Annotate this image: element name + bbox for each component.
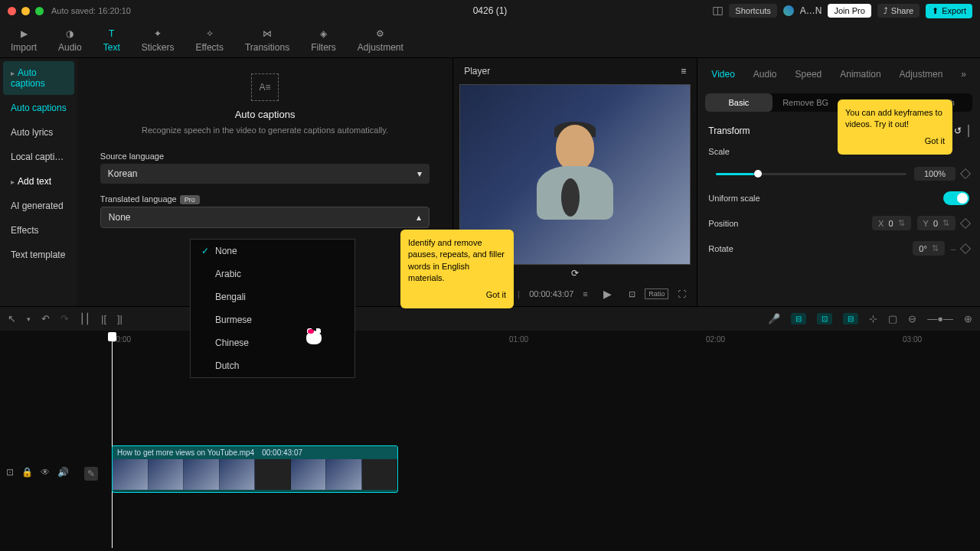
track-settings-icon[interactable]: ⊡ [6,467,14,481]
language-option-bengali[interactable]: Bengali [191,285,354,308]
list-icon[interactable]: ≡ [583,289,587,298]
tl-box-icon[interactable]: ▢ [888,313,897,324]
sidebar-auto-captions-group[interactable]: ▸Auto captions [3,61,74,95]
subtab-removebg[interactable]: Remove BG [773,93,839,112]
video-clip[interactable]: How to get more views on YouTube.mp4 00:… [112,445,398,493]
tooltip-gotit-2[interactable]: Got it [845,135,945,147]
play-button[interactable]: ▶ [603,288,612,300]
tool-audio[interactable]: ◑Audio [47,21,93,57]
zoom-out-icon[interactable]: ⊖ [908,313,916,324]
focus-icon[interactable]: ⊡ [629,289,635,299]
scale-keyframe[interactable] [960,168,971,179]
globe-icon[interactable] [783,5,794,16]
trim-left-tool[interactable]: |[ [101,313,106,324]
sidebar-add-text[interactable]: ▸Add text [3,170,74,193]
position-keyframe[interactable] [960,217,971,228]
chevron-up-icon: ▴ [416,212,421,223]
tl-pill-1[interactable]: ⊟ [791,313,806,324]
join-pro-button[interactable]: Join Pro [828,4,871,18]
ratio-button[interactable]: Ratio [645,289,668,299]
rotate-keyframe[interactable] [960,243,971,253]
sidebar-text-template[interactable]: Text template [3,243,74,266]
redo-button[interactable]: ↷ [60,313,69,324]
tab-video[interactable]: Video [704,64,742,84]
layout-icon[interactable] [713,6,723,16]
tool-filters[interactable]: ◈Filters [300,21,347,57]
player-title: Player [464,66,490,77]
rotate-input[interactable]: 0°⇅ [913,241,945,256]
sidebar-auto-captions[interactable]: Auto captions [3,96,74,119]
track-mute-icon[interactable]: 🔊 [57,467,69,481]
sidebar-auto-lyrics[interactable]: Auto lyrics [3,121,74,144]
minimize-window[interactable] [21,7,30,15]
source-language-select[interactable]: Korean▾ [100,164,430,184]
text-sidebar: ▸Auto captions Auto captions Auto lyrics… [0,58,77,306]
tab-more[interactable]: » [953,64,974,84]
trim-right-tool[interactable]: ]| [117,313,122,324]
scale-slider[interactable] [716,173,906,175]
refresh-icon[interactable]: ⟳ [571,268,579,279]
uniform-scale-label: Uniform scale [708,194,760,203]
select-tool[interactable]: ↖ [8,313,16,324]
panel-subtitle: Recognize speech in the video to generat… [100,125,430,136]
zoom-in-icon[interactable]: ⊕ [964,313,972,324]
auto-captions-icon: A≡ [100,73,430,101]
maximize-window[interactable] [35,7,44,15]
timeline[interactable]: 00:00 01:00 02:00 03:00 ⊡ 🔒 👁 🔊 ✎ How to… [0,331,980,551]
language-option-none[interactable]: ✓None [191,240,354,262]
filler-words-tooltip: Identify and remove pauses, repeats, and… [400,230,514,308]
language-option-chinese[interactable]: Chinese [191,331,354,354]
fullscreen-icon[interactable]: ⛶ [678,289,686,298]
main-toolbar: ▶Import ◑Audio TText ✦Stickers ✧Effects … [0,21,980,58]
source-language-label: Source language [100,152,430,161]
uniform-scale-toggle[interactable] [943,191,969,205]
autosave-status: Auto saved: 16:20:10 [51,6,131,15]
tl-divide-icon[interactable]: ⊹ [869,313,877,324]
select-dropdown[interactable]: ▾ [27,315,31,323]
export-button[interactable]: ⬆Export [926,4,972,18]
clip-filename: How to get more views on YouTube.mp4 [117,448,254,457]
properties-panel: Video Audio Speed Animation Adjustmen » … [697,58,980,306]
track-lock-icon[interactable]: 🔒 [21,467,33,481]
rotate-label: Rotate [708,244,733,253]
tool-effects[interactable]: ✧Effects [185,21,234,57]
tool-transitions[interactable]: ⋈Transitions [234,21,300,57]
track-edit-icon[interactable]: ✎ [84,467,98,481]
tab-adjustment[interactable]: Adjustmen [892,64,951,84]
position-y-input[interactable]: Y0⇅ [917,216,956,230]
clip-duration: 00:00:43:07 [262,448,302,457]
close-window[interactable] [8,7,16,15]
tool-text[interactable]: TText [93,21,131,57]
tooltip-gotit-1[interactable]: Got it [408,289,506,301]
language-option-dutch[interactable]: Dutch [191,354,354,377]
sidebar-effects[interactable]: Effects [3,219,74,242]
translated-language-select[interactable]: None▴ [100,207,430,228]
zoom-slider[interactable]: —●— [927,313,953,324]
share-button[interactable]: ⤴Share [877,4,920,18]
split-tool[interactable]: ⎮⎮ [80,313,90,324]
tl-pill-2[interactable]: ⊡ [817,313,832,324]
tab-speed[interactable]: Speed [788,64,830,84]
keyframe-diamond[interactable] [968,125,969,137]
track-visible-icon[interactable]: 👁 [41,467,50,481]
tl-pill-3[interactable]: ⊟ [843,313,858,324]
language-option-arabic[interactable]: Arabic [191,262,354,285]
sidebar-ai-generated[interactable]: AI generated [3,194,74,217]
language-option-burmese[interactable]: Burmese [191,308,354,331]
scale-value[interactable]: 100% [914,167,956,181]
tab-animation[interactable]: Animation [832,64,888,84]
tool-adjustment[interactable]: ⚙Adjustment [347,21,414,57]
player-menu-icon[interactable]: ≡ [681,66,686,77]
playhead[interactable] [112,334,113,548]
tab-audio[interactable]: Audio [746,64,785,84]
sidebar-local-captions[interactable]: Local capti… [3,145,74,168]
tool-import[interactable]: ▶Import [0,21,47,57]
undo-button[interactable]: ↶ [41,313,50,324]
reset-icon[interactable]: ↺ [954,126,962,136]
subtab-basic[interactable]: Basic [705,93,772,112]
keyframe-tooltip: You can add keyframes to videos. Try it … [838,99,952,155]
mic-icon[interactable]: 🎤 [768,313,780,324]
shortcuts-button[interactable]: Shortcuts [729,4,776,18]
position-x-input[interactable]: X0⇅ [872,216,910,230]
tool-stickers[interactable]: ✦Stickers [131,21,185,57]
